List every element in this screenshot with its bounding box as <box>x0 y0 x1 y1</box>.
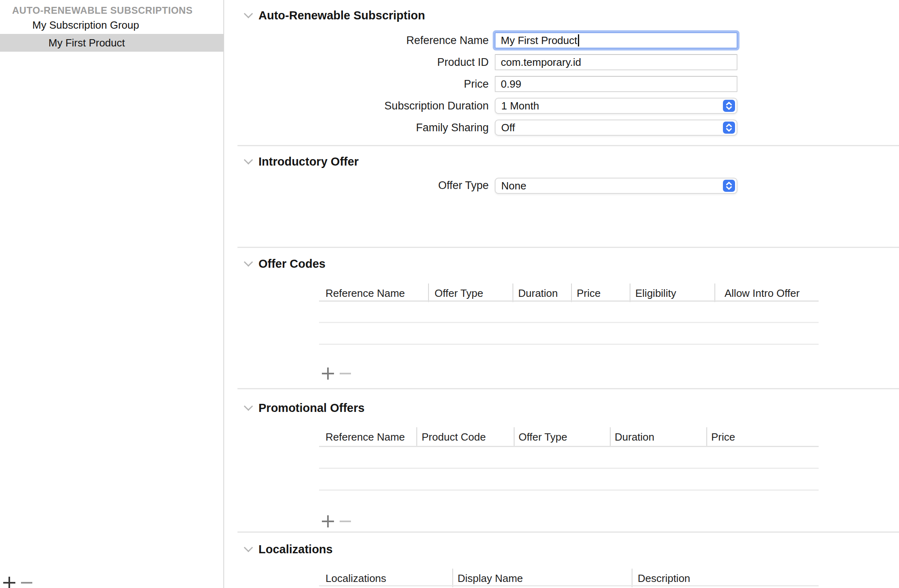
table-header-underline <box>319 585 819 586</box>
section-title-introductory-offer: Introductory Offer <box>258 154 359 169</box>
subscription-duration-popup[interactable]: 1 Month <box>495 98 737 114</box>
column-header: Display Name <box>458 571 523 586</box>
add-item-button[interactable] <box>3 577 15 588</box>
reference-name-input[interactable]: My First Product <box>495 32 737 48</box>
column-separator <box>714 284 715 302</box>
table-row <box>319 489 819 491</box>
dropdown-arrows-icon <box>723 122 735 134</box>
table-header-underline <box>319 300 819 302</box>
dropdown-arrows-icon <box>723 100 735 112</box>
column-header: Duration <box>518 286 558 300</box>
remove-row-button[interactable] <box>340 515 352 527</box>
product-id-input[interactable]: com.temporary.id <box>495 54 737 70</box>
section-title-subscription: Auto-Renewable Subscription <box>258 8 425 23</box>
column-header: Description <box>638 571 690 586</box>
table-row <box>319 322 819 323</box>
product-id-label: Product ID <box>258 56 489 69</box>
section-divider <box>237 388 899 389</box>
subscription-duration-value: 1 Month <box>496 100 539 112</box>
family-sharing-value: Off <box>496 122 515 134</box>
column-header: Price <box>711 430 735 444</box>
offer-type-value: None <box>496 180 526 192</box>
column-header: Reference Name <box>326 286 405 300</box>
offer-type-popup[interactable]: None <box>495 178 737 194</box>
section-divider <box>237 531 899 533</box>
column-separator <box>514 427 515 446</box>
add-row-button[interactable] <box>322 368 334 380</box>
column-separator <box>428 284 429 302</box>
column-separator <box>630 284 630 302</box>
plus-icon <box>3 577 15 588</box>
minus-icon <box>21 577 32 588</box>
reference-name-label: Reference Name <box>258 34 489 47</box>
column-header: Reference Name <box>326 430 405 444</box>
column-separator <box>706 427 707 446</box>
price-value: 0.99 <box>501 78 521 90</box>
column-separator <box>416 427 417 446</box>
column-separator <box>632 569 632 587</box>
table-row <box>319 344 819 345</box>
offer-type-label: Offer Type <box>258 179 489 192</box>
price-input[interactable]: 0.99 <box>495 76 737 92</box>
minus-icon <box>340 368 351 380</box>
column-header: Price <box>577 286 601 300</box>
sidebar-content-divider <box>223 0 224 588</box>
table-row <box>319 468 819 469</box>
price-label: Price <box>258 78 489 90</box>
minus-icon <box>340 515 351 527</box>
chevron-down-icon[interactable] <box>244 155 253 165</box>
column-header: Eligibility <box>635 286 676 300</box>
family-sharing-label: Family Sharing <box>258 121 489 134</box>
column-header: Offer Type <box>435 286 483 300</box>
chevron-down-icon[interactable] <box>244 9 253 19</box>
plus-icon <box>322 368 334 380</box>
section-title-promotional-offers: Promotional Offers <box>258 401 365 415</box>
plus-icon <box>322 515 334 527</box>
column-header: Allow Intro Offer <box>725 286 800 300</box>
reference-name-value: My First Product <box>501 34 577 47</box>
section-title-localizations: Localizations <box>258 542 333 556</box>
column-header: Product Code <box>422 430 486 444</box>
section-title-offer-codes: Offer Codes <box>258 256 326 271</box>
column-separator <box>452 569 453 587</box>
remove-item-button[interactable] <box>21 577 33 588</box>
column-header: Offer Type <box>519 430 567 444</box>
add-row-button[interactable] <box>322 515 334 527</box>
column-separator <box>571 284 572 302</box>
sidebar-group-header: AUTO-RENEWABLE SUBSCRIPTIONS <box>12 4 193 17</box>
section-divider <box>237 247 899 248</box>
chevron-down-icon[interactable] <box>244 402 253 411</box>
dropdown-arrows-icon <box>723 180 735 192</box>
sidebar-item-first-product[interactable]: My First Product <box>0 34 223 52</box>
chevron-down-icon[interactable] <box>244 543 253 552</box>
text-caret <box>578 34 579 46</box>
sidebar-item-subscription-group[interactable]: My Subscription Group <box>0 16 223 34</box>
table-header-underline <box>319 446 819 447</box>
product-id-value: com.temporary.id <box>501 56 581 69</box>
column-separator <box>610 427 611 446</box>
column-header: Localizations <box>326 571 386 586</box>
chevron-down-icon[interactable] <box>244 258 253 267</box>
sidebar: AUTO-RENEWABLE SUBSCRIPTIONS My Subscrip… <box>0 0 223 588</box>
section-divider <box>237 145 899 146</box>
column-separator <box>513 284 513 302</box>
column-header: Duration <box>615 430 654 444</box>
family-sharing-popup[interactable]: Off <box>495 120 737 136</box>
remove-row-button[interactable] <box>340 368 352 380</box>
subscription-duration-label: Subscription Duration <box>258 99 489 112</box>
